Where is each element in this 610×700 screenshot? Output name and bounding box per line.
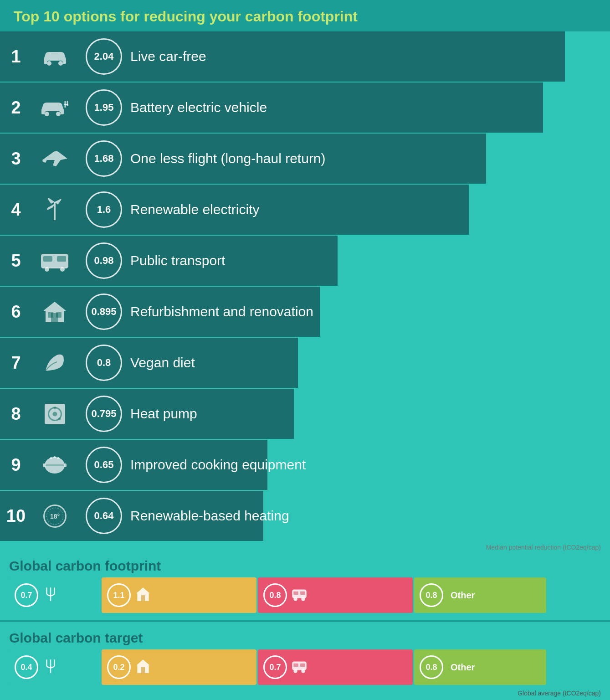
seg-icon-2 — [291, 586, 308, 605]
footprint-bar: 0.7 1.1 0.8 0.8 Other — [9, 577, 601, 613]
svg-point-47 — [301, 669, 305, 673]
value-4: 1.6 — [97, 204, 111, 216]
global-target-title: Global carbon target — [9, 630, 601, 646]
global-footprint-title: Global carbon footprint — [9, 558, 601, 574]
value-circle-7: 0.8 — [86, 345, 122, 381]
seg-icon-1 — [134, 586, 152, 605]
label-7: Vegan diet — [130, 355, 195, 371]
value-6: 0.895 — [91, 306, 116, 318]
segment-1: 1.1 — [102, 577, 256, 613]
svg-text:18°: 18° — [50, 513, 59, 520]
svg-rect-49 — [300, 664, 305, 667]
label-9: Improved cooking equipment — [130, 457, 306, 473]
rank-num-2: 2 — [0, 98, 32, 118]
seg-label-3: Other — [451, 662, 475, 673]
bar-row-4: 4 1.6 Renewable electricity — [0, 185, 610, 236]
seg-circle-2: 0.8 — [263, 583, 287, 607]
seg-value-0: 0.4 — [21, 663, 32, 672]
footnote: Global average (tCO2eq/cap) — [0, 688, 610, 700]
seg-value-3: 0.8 — [425, 591, 437, 600]
seg-icon-1 — [134, 658, 152, 677]
svg-rect-39 — [300, 592, 305, 595]
label-5: Public transport — [130, 253, 225, 268]
svg-rect-44 — [141, 667, 145, 673]
svg-rect-17 — [56, 312, 62, 318]
header: Top 10 options for reducing your carbon … — [0, 0, 610, 31]
icon-leaf — [32, 350, 77, 376]
seg-value-0: 0.7 — [21, 591, 32, 600]
seg-circle-0: 0.7 — [15, 583, 38, 607]
icon-house — [32, 299, 77, 324]
segment-0: 0.7 — [9, 577, 100, 613]
seg-value-1: 1.1 — [113, 591, 124, 600]
svg-point-21 — [53, 407, 56, 409]
svg-rect-13 — [42, 268, 67, 268]
label-8: Heat pump — [130, 406, 197, 422]
chart-area: 1 2.04 Live car-free 2 1.95 Battery elec… — [0, 31, 610, 542]
seg-value-2: 0.8 — [269, 591, 281, 600]
segment-3: 0.8 Other — [414, 577, 546, 613]
global-footprint-section: Global carbon footprint 0.7 1.1 0.8 0.8 — [0, 554, 610, 616]
seg-circle-1: 1.1 — [107, 583, 131, 607]
segment-2: 0.8 — [258, 577, 413, 613]
svg-rect-34 — [141, 595, 145, 601]
label-3: One less flight (long-haul return) — [130, 151, 326, 166]
icon-bus — [32, 249, 77, 272]
rank-num-5: 5 — [0, 251, 32, 271]
page-title: Top 10 options for reducing your carbon … — [14, 8, 596, 25]
global-target-section: Global carbon target 0.4 0.2 0.7 0.8 Ot — [0, 626, 610, 688]
value-9: 0.65 — [94, 459, 114, 471]
seg-circle-3: 0.8 — [420, 583, 443, 607]
svg-rect-25 — [43, 463, 46, 467]
svg-rect-16 — [48, 312, 53, 318]
segment-3: 0.8 Other — [414, 649, 546, 685]
rank-num-3: 3 — [0, 149, 32, 169]
seg-value-3: 0.8 — [425, 663, 437, 672]
icon-wind — [32, 197, 77, 222]
value-1: 2.04 — [94, 51, 114, 62]
bar-row-6: 6 0.895 Refurbishment and renovation — [0, 287, 610, 338]
value-circle-1: 2.04 — [86, 38, 122, 75]
seg-circle-0: 0.4 — [15, 655, 38, 679]
rank-num-9: 9 — [0, 455, 32, 475]
icon-thermostat: 18° — [32, 504, 77, 529]
seg-icon-0 — [42, 658, 59, 677]
value-circle-9: 0.65 — [86, 447, 122, 483]
svg-rect-9 — [43, 256, 52, 262]
value-7: 0.8 — [97, 357, 111, 369]
value-circle-10: 0.64 — [86, 498, 122, 534]
bar-row-1: 1 2.04 Live car-free — [0, 31, 610, 82]
svg-rect-24 — [45, 464, 65, 466]
svg-point-1 — [58, 61, 63, 66]
value-8: 0.795 — [91, 408, 116, 420]
segment-0: 0.4 — [9, 649, 100, 685]
bar-row-5: 5 0.98 Public transport — [0, 236, 610, 287]
label-1: Live car-free — [130, 49, 206, 64]
seg-value-2: 0.7 — [269, 663, 281, 672]
rank-num-10: 10 — [0, 506, 32, 526]
value-circle-2: 1.95 — [86, 89, 122, 126]
value-circle-3: 1.68 — [86, 140, 122, 177]
svg-point-3 — [56, 112, 61, 116]
icon-pot — [32, 453, 77, 478]
icon-ev — [32, 96, 77, 119]
bar-row-2: 2 1.95 Battery electric vehicle — [0, 82, 610, 134]
rank-num-4: 4 — [0, 200, 32, 220]
icon-heatpump — [32, 401, 77, 427]
seg-label-3: Other — [451, 590, 475, 601]
seg-circle-2: 0.7 — [263, 655, 287, 679]
value-10: 0.64 — [94, 510, 114, 522]
value-circle-6: 0.895 — [86, 293, 122, 330]
rank-num-7: 7 — [0, 353, 32, 373]
segment-1: 0.2 — [102, 649, 256, 685]
bar-row-10: 10 18° 0.64 Renewable-based heating — [0, 491, 610, 542]
seg-circle-3: 0.8 — [420, 655, 443, 679]
svg-point-37 — [301, 597, 305, 601]
svg-point-36 — [293, 597, 297, 601]
seg-value-1: 0.2 — [113, 663, 124, 672]
rank-num-8: 8 — [0, 404, 32, 424]
label-10: Renewable-based heating — [130, 508, 289, 524]
svg-rect-26 — [64, 463, 67, 467]
label-4: Renewable electricity — [130, 202, 259, 217]
value-5: 0.98 — [94, 255, 114, 267]
